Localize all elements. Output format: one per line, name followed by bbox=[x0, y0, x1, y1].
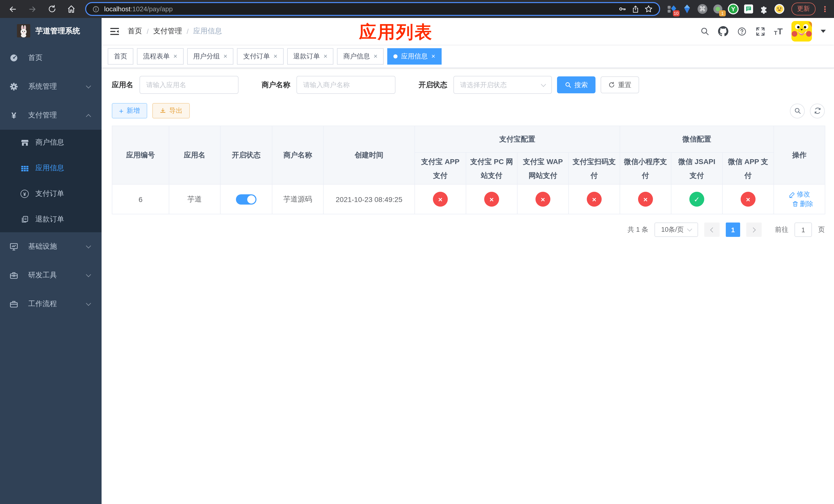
reload-icon[interactable] bbox=[44, 1, 60, 17]
page-content: 应用名 商户名称 开启状态 请选择开启状态 搜索 bbox=[102, 68, 834, 504]
page-size-select[interactable]: 10条/页 bbox=[655, 223, 698, 237]
user-avatar[interactable] bbox=[791, 21, 812, 42]
col-alipay-app: 支付宝 APP 支付 bbox=[415, 153, 466, 184]
tag-merchant-info[interactable]: 商户信息× bbox=[337, 48, 384, 64]
back-icon[interactable] bbox=[5, 1, 21, 17]
github-icon[interactable] bbox=[718, 26, 728, 37]
status-select[interactable]: 请选择开启状态 bbox=[454, 76, 552, 94]
chevron-down-icon bbox=[86, 243, 91, 248]
extension-command-icon[interactable]: ⌘ bbox=[697, 4, 708, 14]
breadcrumb-current: 应用信息 bbox=[193, 27, 222, 36]
sidebar-item-system[interactable]: 系统管理 bbox=[0, 72, 102, 101]
sidebar-logo[interactable]: 芋道管理系统 bbox=[0, 18, 102, 44]
chevron-down-icon bbox=[86, 83, 91, 88]
grid-icon bbox=[20, 164, 29, 173]
refresh-button[interactable] bbox=[810, 103, 825, 118]
tag-refund-orders[interactable]: 退款订单× bbox=[287, 48, 334, 64]
tag-app-info[interactable]: 应用信息× bbox=[387, 48, 441, 64]
extension-y-icon[interactable]: Y bbox=[728, 4, 739, 14]
home-icon[interactable] bbox=[64, 1, 79, 17]
status-no-icon: × bbox=[741, 192, 755, 207]
font-size-icon[interactable]: TT bbox=[774, 27, 783, 36]
gear-icon bbox=[9, 82, 19, 91]
tag-home[interactable]: 首页 bbox=[108, 48, 133, 64]
edit-link[interactable]: 修改 bbox=[789, 190, 810, 199]
group-wechat-config: 微信配置 bbox=[620, 126, 774, 153]
page-number-1[interactable]: 1 bbox=[726, 223, 740, 237]
store-icon bbox=[20, 138, 29, 147]
close-icon[interactable]: × bbox=[223, 53, 227, 60]
bookmark-star-icon[interactable] bbox=[644, 5, 653, 13]
col-wechat-jsapi: 微信 JSAPI 支付 bbox=[671, 153, 722, 184]
page-annotation-title: 应用列表 bbox=[359, 21, 433, 44]
active-dot bbox=[393, 54, 397, 58]
export-button[interactable]: 导出 bbox=[152, 103, 190, 118]
delete-link[interactable]: 删除 bbox=[792, 199, 813, 208]
merchant-name-input[interactable] bbox=[297, 76, 395, 94]
extension-diamond-icon[interactable]: 10 bbox=[666, 4, 677, 14]
extension-chat-icon[interactable] bbox=[743, 4, 754, 14]
toggle-search-button[interactable] bbox=[790, 103, 805, 118]
cell-app-id: 6 bbox=[112, 184, 169, 214]
profile-avatar-icon[interactable] bbox=[774, 4, 785, 14]
status-label: 开启状态 bbox=[419, 80, 447, 90]
col-alipay-wap: 支付宝 WAP 网站支付 bbox=[517, 153, 569, 184]
close-icon[interactable]: × bbox=[431, 53, 435, 60]
sidebar-item-app-info[interactable]: 应用信息 bbox=[0, 155, 102, 181]
forward-icon[interactable] bbox=[25, 1, 40, 17]
group-alipay-config: 支付宝配置 bbox=[415, 126, 620, 153]
avatar-caret-icon[interactable] bbox=[821, 30, 826, 33]
extension-kite-icon[interactable] bbox=[682, 4, 693, 14]
sidebar-item-payment-orders[interactable]: ¥ 支付订单 bbox=[0, 181, 102, 207]
sidebar-collapse-icon[interactable] bbox=[110, 27, 119, 36]
close-icon[interactable]: × bbox=[324, 53, 328, 60]
sidebar-item-home[interactable]: 首页 bbox=[0, 44, 102, 72]
share-icon[interactable] bbox=[631, 5, 640, 13]
sidebar-item-dev-tools[interactable]: 研发工具 bbox=[0, 261, 102, 290]
breadcrumb-payment[interactable]: 支付管理 bbox=[153, 27, 182, 36]
extension-record-icon[interactable]: 1 bbox=[712, 4, 723, 14]
next-page-button[interactable] bbox=[746, 223, 762, 237]
prev-page-button[interactable] bbox=[704, 223, 720, 237]
password-key-icon[interactable] bbox=[618, 5, 627, 13]
toolbox-icon bbox=[9, 271, 19, 280]
browser-update-button[interactable]: 更新 bbox=[791, 3, 815, 15]
sidebar-item-merchant-info[interactable]: 商户信息 bbox=[0, 130, 102, 155]
search-icon[interactable] bbox=[700, 27, 709, 36]
help-icon[interactable] bbox=[737, 26, 747, 36]
tag-payment-orders[interactable]: 支付订单× bbox=[237, 48, 283, 64]
app-name-input[interactable] bbox=[139, 76, 239, 94]
info-icon[interactable] bbox=[92, 5, 100, 13]
app-name-label: 应用名 bbox=[112, 80, 133, 90]
col-app-name: 应用名 bbox=[169, 126, 220, 184]
col-wechat-mini: 微信小程序支付 bbox=[620, 153, 671, 184]
reset-button[interactable]: 重置 bbox=[601, 76, 639, 93]
fullscreen-icon[interactable] bbox=[755, 26, 765, 36]
cell-alipay-app: × bbox=[415, 184, 466, 214]
sidebar: 芋道管理系统 首页 系统管理 ¥ 支付管 bbox=[0, 18, 102, 504]
search-button[interactable]: 搜索 bbox=[557, 76, 595, 93]
monitor-icon bbox=[9, 242, 19, 251]
extensions-puzzle-icon[interactable] bbox=[759, 4, 769, 14]
close-icon[interactable]: × bbox=[173, 53, 177, 60]
sidebar-item-workflow[interactable]: 工作流程 bbox=[0, 290, 102, 318]
close-icon[interactable]: × bbox=[273, 53, 277, 60]
tag-user-group[interactable]: 用户分组× bbox=[187, 48, 233, 64]
table-row: 6 芋道 芋道源码 2021-10-23 08:49:25 × × × × × bbox=[112, 184, 825, 214]
sidebar-item-payment[interactable]: ¥ 支付管理 bbox=[0, 101, 102, 130]
url-bar[interactable]: localhost:1024/pay/app bbox=[85, 2, 660, 16]
add-button[interactable]: + 新增 bbox=[112, 103, 147, 118]
browser-menu-icon[interactable]: ⋮ bbox=[821, 4, 829, 14]
status-no-icon: × bbox=[587, 192, 602, 207]
browser-nav bbox=[5, 1, 79, 17]
sidebar-item-refund-orders[interactable]: 退款订单 bbox=[0, 207, 102, 232]
breadcrumb-home[interactable]: 首页 bbox=[128, 27, 142, 36]
yen-icon: ¥ bbox=[9, 111, 19, 120]
goto-page-input[interactable] bbox=[794, 223, 812, 237]
tag-process-form[interactable]: 流程表单× bbox=[137, 48, 183, 64]
cell-actions: 修改 删除 bbox=[774, 184, 825, 214]
col-wechat-app: 微信 APP 支付 bbox=[722, 153, 774, 184]
sidebar-item-infrastructure[interactable]: 基础设施 bbox=[0, 232, 102, 261]
close-icon[interactable]: × bbox=[374, 53, 377, 60]
status-toggle[interactable] bbox=[236, 194, 257, 204]
